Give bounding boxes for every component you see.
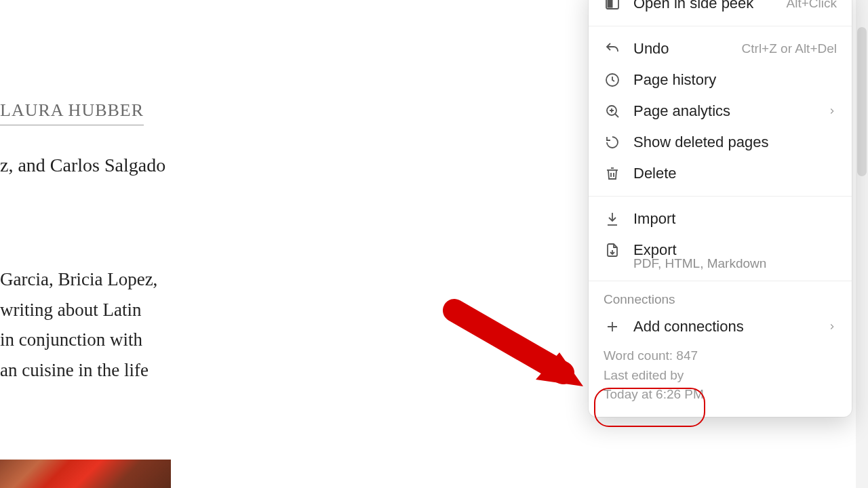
- analytics-icon: [604, 102, 621, 120]
- menu-item-shortcut: Ctrl+Z or Alt+Del: [742, 41, 837, 56]
- svg-rect-1: [608, 0, 613, 8]
- chevron-right-icon: [827, 318, 837, 336]
- menu-divider: [589, 26, 852, 26]
- menu-divider: [589, 281, 852, 281]
- side-peek-icon: [604, 0, 621, 12]
- undo-icon: [604, 40, 621, 58]
- menu-page-history[interactable]: Page history: [589, 64, 852, 96]
- doc-text-line: Garcia, Bricia Lopez,: [0, 264, 176, 295]
- menu-item-shortcut: Alt+Click: [787, 0, 837, 11]
- scrollbar-track[interactable]: [856, 0, 868, 488]
- menu-undo[interactable]: Undo Ctrl+Z or Alt+Del: [589, 33, 852, 64]
- context-menu: Open in side peek Alt+Click Undo Ctrl+Z …: [589, 0, 852, 417]
- menu-item-label: Import: [633, 210, 837, 228]
- menu-divider: [589, 196, 852, 197]
- history-icon: [604, 71, 621, 89]
- doc-paragraph: Garcia, Bricia Lopez, writing about Lati…: [0, 264, 176, 385]
- scrollbar-thumb[interactable]: [857, 27, 867, 176]
- last-edited-by: Last edited by: [604, 366, 837, 386]
- chevron-right-icon: [827, 102, 837, 120]
- menu-item-label: Add connections: [633, 318, 815, 336]
- author-byline[interactable]: LAURA HUBBER: [0, 100, 144, 125]
- doc-text-line: writing about Latin: [0, 295, 176, 325]
- menu-item-label: Open in side peek: [633, 0, 774, 12]
- menu-open-side-peek[interactable]: Open in side peek Alt+Click: [589, 0, 852, 19]
- connections-section-label: Connections: [589, 284, 852, 311]
- plus-icon: [604, 318, 621, 336]
- menu-import[interactable]: Import: [589, 203, 852, 235]
- menu-delete[interactable]: Delete: [589, 158, 852, 189]
- word-count: Word count: 847: [604, 346, 837, 366]
- menu-item-label: Page history: [633, 71, 837, 89]
- menu-add-connections[interactable]: Add connections: [589, 311, 852, 342]
- menu-item-label: Undo: [633, 40, 730, 58]
- import-icon: [604, 210, 621, 228]
- doc-text-line: z, and Carlos Salgado: [0, 155, 165, 176]
- article-image: [0, 460, 171, 488]
- doc-text-line: an cuisine in the life: [0, 355, 176, 386]
- restore-icon: [604, 134, 621, 151]
- menu-show-deleted-pages[interactable]: Show deleted pages: [589, 127, 852, 158]
- menu-page-analytics[interactable]: Page analytics: [589, 96, 852, 127]
- export-icon: [604, 241, 621, 259]
- menu-item-label: Page analytics: [633, 102, 815, 120]
- menu-item-label: Delete: [633, 165, 837, 182]
- trash-icon: [604, 165, 621, 182]
- annotation-highlight-word-count: [594, 388, 705, 427]
- doc-text-line: in conjunction with: [0, 325, 176, 355]
- menu-item-label: Show deleted pages: [633, 134, 837, 151]
